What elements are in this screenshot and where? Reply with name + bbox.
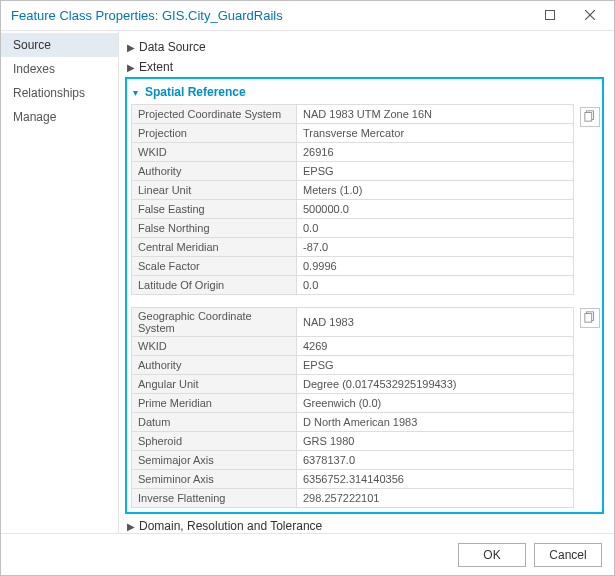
prop-value: GRS 1980 <box>297 432 574 451</box>
table-row: False Northing0.0 <box>132 219 574 238</box>
main-area: Source Indexes Relationships Manage ▶ Da… <box>1 31 614 533</box>
maximize-button[interactable] <box>530 2 570 30</box>
section-data-source[interactable]: ▶ Data Source <box>125 37 604 57</box>
projected-table: Projected Coordinate SystemNAD 1983 UTM … <box>131 104 574 295</box>
prop-value: EPSG <box>297 356 574 375</box>
geographic-table-wrap: Geographic Coordinate SystemNAD 1983WKID… <box>131 307 598 508</box>
prop-value: 6356752.314140356 <box>297 470 574 489</box>
table-row: Semimajor Axis6378137.0 <box>132 451 574 470</box>
close-icon <box>585 8 595 23</box>
prop-value: 0.0 <box>297 276 574 295</box>
sidebar-item-relationships[interactable]: Relationships <box>1 81 118 105</box>
prop-key: Linear Unit <box>132 181 297 200</box>
prop-key: Projection <box>132 124 297 143</box>
table-row: WKID4269 <box>132 337 574 356</box>
table-row: ProjectionTransverse Mercator <box>132 124 574 143</box>
prop-value: 6378137.0 <box>297 451 574 470</box>
table-row: Prime MeridianGreenwich (0.0) <box>132 394 574 413</box>
prop-key: Central Meridian <box>132 238 297 257</box>
chevron-right-icon: ▶ <box>127 42 139 53</box>
close-button[interactable] <box>570 2 610 30</box>
prop-value: 0.9996 <box>297 257 574 276</box>
prop-key: Prime Meridian <box>132 394 297 413</box>
prop-value: Degree (0.0174532925199433) <box>297 375 574 394</box>
prop-value: 500000.0 <box>297 200 574 219</box>
table-row: Inverse Flattening298.257222101 <box>132 489 574 508</box>
prop-key: Datum <box>132 413 297 432</box>
sidebar: Source Indexes Relationships Manage <box>1 31 119 533</box>
table-row: Geographic Coordinate SystemNAD 1983 <box>132 308 574 337</box>
prop-key: False Easting <box>132 200 297 219</box>
prop-key: WKID <box>132 337 297 356</box>
table-row: SpheroidGRS 1980 <box>132 432 574 451</box>
prop-key: Semiminor Axis <box>132 470 297 489</box>
sidebar-item-label: Source <box>13 38 51 52</box>
copy-icon <box>584 110 596 125</box>
section-extent[interactable]: ▶ Extent <box>125 57 604 77</box>
sidebar-item-label: Manage <box>13 110 56 124</box>
prop-key: Latitude Of Origin <box>132 276 297 295</box>
prop-key: Projected Coordinate System <box>132 105 297 124</box>
content-panel: ▶ Data Source ▶ Extent ▾ Spatial Referen… <box>119 31 614 533</box>
table-row: Projected Coordinate SystemNAD 1983 UTM … <box>132 105 574 124</box>
copy-icon <box>584 311 596 326</box>
prop-value: 0.0 <box>297 219 574 238</box>
prop-value: 26916 <box>297 143 574 162</box>
section-spatial-reference[interactable]: ▾ Spatial Reference <box>131 82 598 102</box>
table-row: WKID26916 <box>132 143 574 162</box>
sidebar-item-manage[interactable]: Manage <box>1 105 118 129</box>
copy-projected-button[interactable] <box>580 107 600 127</box>
prop-value: -87.0 <box>297 238 574 257</box>
prop-value: 4269 <box>297 337 574 356</box>
prop-key: Spheroid <box>132 432 297 451</box>
section-domain[interactable]: ▶ Domain, Resolution and Tolerance <box>125 516 604 533</box>
prop-key: WKID <box>132 143 297 162</box>
window-title: Feature Class Properties: GIS.City_Guard… <box>11 8 530 23</box>
table-row: Central Meridian-87.0 <box>132 238 574 257</box>
prop-key: Semimajor Axis <box>132 451 297 470</box>
footer: OK Cancel <box>1 533 614 575</box>
svg-rect-4 <box>585 112 592 121</box>
copy-geographic-button[interactable] <box>580 308 600 328</box>
prop-value: D North American 1983 <box>297 413 574 432</box>
svg-rect-0 <box>546 11 555 20</box>
prop-key: Authority <box>132 162 297 181</box>
sidebar-item-label: Indexes <box>13 62 55 76</box>
prop-value: 298.257222101 <box>297 489 574 508</box>
prop-key: Angular Unit <box>132 375 297 394</box>
prop-key: Geographic Coordinate System <box>132 308 297 337</box>
chevron-right-icon: ▶ <box>127 521 139 532</box>
prop-value: NAD 1983 UTM Zone 16N <box>297 105 574 124</box>
prop-value: EPSG <box>297 162 574 181</box>
section-label: Spatial Reference <box>145 85 246 99</box>
maximize-icon <box>545 8 555 23</box>
prop-value: Transverse Mercator <box>297 124 574 143</box>
sidebar-item-indexes[interactable]: Indexes <box>1 57 118 81</box>
spatial-reference-highlight: ▾ Spatial Reference Projected Coordinate… <box>125 77 604 514</box>
ok-button[interactable]: OK <box>458 543 526 567</box>
prop-key: Authority <box>132 356 297 375</box>
prop-key: False Northing <box>132 219 297 238</box>
prop-key: Scale Factor <box>132 257 297 276</box>
chevron-down-icon: ▾ <box>133 87 145 98</box>
prop-key: Inverse Flattening <box>132 489 297 508</box>
table-row: Linear UnitMeters (1.0) <box>132 181 574 200</box>
table-row: Latitude Of Origin0.0 <box>132 276 574 295</box>
prop-value: Greenwich (0.0) <box>297 394 574 413</box>
cancel-button[interactable]: Cancel <box>534 543 602 567</box>
projected-table-wrap: Projected Coordinate SystemNAD 1983 UTM … <box>131 104 598 295</box>
chevron-right-icon: ▶ <box>127 62 139 73</box>
titlebar: Feature Class Properties: GIS.City_Guard… <box>1 1 614 31</box>
prop-value: NAD 1983 <box>297 308 574 337</box>
table-row: AuthorityEPSG <box>132 162 574 181</box>
section-label: Extent <box>139 60 173 74</box>
table-row: AuthorityEPSG <box>132 356 574 375</box>
table-row: Scale Factor0.9996 <box>132 257 574 276</box>
sidebar-item-source[interactable]: Source <box>1 33 118 57</box>
sidebar-item-label: Relationships <box>13 86 85 100</box>
table-row: Angular UnitDegree (0.0174532925199433) <box>132 375 574 394</box>
section-label: Data Source <box>139 40 206 54</box>
prop-value: Meters (1.0) <box>297 181 574 200</box>
table-row: Semiminor Axis6356752.314140356 <box>132 470 574 489</box>
table-row: DatumD North American 1983 <box>132 413 574 432</box>
